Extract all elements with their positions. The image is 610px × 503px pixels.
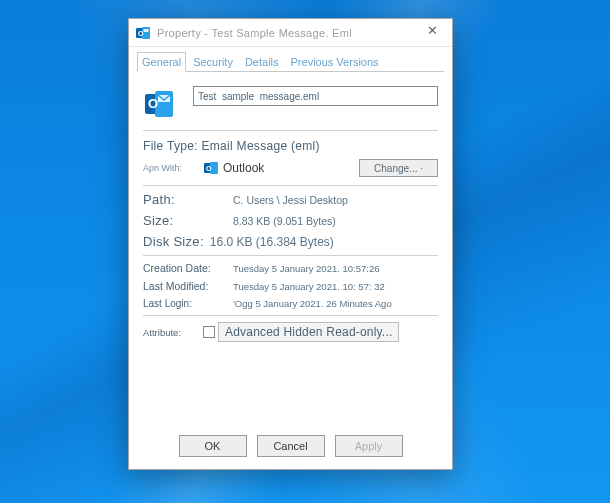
size-value: 8.83 KB (9.051 Bytes) <box>233 215 438 227</box>
divider <box>143 315 438 316</box>
outlook-small-icon: O <box>203 160 219 176</box>
divider <box>143 255 438 256</box>
path-value: C. Users \ Jessi Desktop <box>233 194 438 206</box>
created-row: Creation Date: Tuesday 5 January 2021. 1… <box>143 262 438 274</box>
properties-dialog: O Property - Test Sample Message. Eml ✕ … <box>128 18 453 470</box>
path-row: Path: C. Users \ Jessi Desktop <box>143 192 438 207</box>
window-title: Property - Test Sample Message. Eml <box>157 27 418 39</box>
attribute-checkbox[interactable] <box>203 326 215 338</box>
tab-security[interactable]: Security <box>188 52 238 72</box>
file-type-value: Email Message (eml) <box>201 139 319 153</box>
disk-size-label: Disk Size: <box>143 234 204 249</box>
open-with-row: Apn With: O Outlook Change... · <box>143 159 438 177</box>
last-login-value: 'Ogg 5 January 2021. 26 Minutes Ago <box>233 298 438 309</box>
open-with-app: Outlook <box>223 161 359 175</box>
divider <box>143 185 438 186</box>
apply-button: Apply <box>335 435 403 457</box>
open-with-label: Apn With: <box>143 163 203 173</box>
svg-text:O: O <box>206 165 212 172</box>
button-bar: OK Cancel Apply <box>129 425 452 469</box>
titlebar: O Property - Test Sample Message. Eml ✕ <box>129 19 452 47</box>
attribute-text[interactable]: Advanced Hidden Read-only... <box>218 322 399 342</box>
modified-label: Last Modified: <box>143 280 233 292</box>
tab-details[interactable]: Details <box>240 52 284 72</box>
size-row: Size: 8.83 KB (9.051 Bytes) <box>143 213 438 228</box>
disk-size-value: 16.0 KB (16.384 Bytes) <box>210 235 438 249</box>
file-type-icon: O <box>143 88 179 120</box>
modified-value: Tuesday 5 January 2021. 10: 57: 32 <box>233 281 438 292</box>
filename-input[interactable] <box>193 86 438 106</box>
created-value: Tuesday 5 January 2021. 10:57:26 <box>233 263 438 274</box>
outlook-icon: O <box>135 25 151 41</box>
dialog-content: O File Type: Email Message (eml) Apn Wit… <box>129 72 452 425</box>
ok-button[interactable]: OK <box>179 435 247 457</box>
disk-size-row: Disk Size: 16.0 KB (16.384 Bytes) <box>143 234 438 249</box>
created-label: Creation Date: <box>143 262 233 274</box>
file-header: O <box>143 86 438 120</box>
svg-text:O: O <box>138 30 144 37</box>
attribute-row: Attribute: Advanced Hidden Read-only... <box>143 322 438 342</box>
attribute-label: Attribute: <box>143 327 203 338</box>
last-login-row: Last Login: 'Ogg 5 January 2021. 26 Minu… <box>143 298 438 309</box>
tab-general[interactable]: General <box>137 52 186 72</box>
size-label: Size: <box>143 213 233 228</box>
close-button[interactable]: ✕ <box>418 23 446 43</box>
divider <box>143 130 438 131</box>
last-login-label: Last Login: <box>143 298 233 309</box>
modified-row: Last Modified: Tuesday 5 January 2021. 1… <box>143 280 438 292</box>
change-button[interactable]: Change... · <box>359 159 438 177</box>
tab-bar: General Security Details Previous Versio… <box>129 47 452 72</box>
svg-rect-2 <box>144 29 149 32</box>
path-label: Path: <box>143 192 233 207</box>
svg-text:O: O <box>148 96 158 111</box>
cancel-button[interactable]: Cancel <box>257 435 325 457</box>
file-type-row: File Type: Email Message (eml) <box>143 139 438 153</box>
file-type-label: File Type: <box>143 139 198 153</box>
tab-previous-versions[interactable]: Previous Versions <box>286 52 384 72</box>
